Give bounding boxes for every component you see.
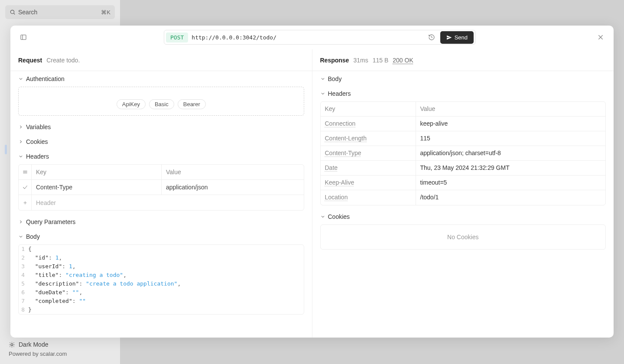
response-headers-table: Key Value Connectionkeep-aliveContent-Le… — [320, 101, 606, 205]
response-header-key: Location — [321, 190, 416, 205]
svg-line-9 — [10, 346, 10, 347]
svg-line-5 — [10, 342, 10, 343]
body-editor[interactable]: 1{2 "id": 1,3 "userId": 1,4 "title": "cr… — [18, 244, 304, 315]
table-row: Connectionkeep-alive — [321, 117, 606, 131]
response-time: 31ms — [353, 57, 368, 64]
line-number: 2 — [19, 254, 28, 262]
table-row: Location/todo/1 — [321, 190, 606, 205]
svg-point-2 — [11, 344, 13, 346]
response-header-val: 115 — [416, 131, 606, 146]
code-line[interactable]: 8} — [19, 306, 304, 314]
body-section-header[interactable]: Body — [18, 233, 304, 240]
code-content[interactable]: "description": "create a todo applicatio… — [28, 280, 181, 288]
chevron-down-icon — [18, 154, 23, 159]
powered-by: Powered by scalar.com — [9, 351, 111, 357]
code-line[interactable]: 1{ — [19, 245, 304, 254]
line-number: 1 — [19, 245, 28, 254]
send-icon — [446, 35, 452, 40]
code-line[interactable]: 5 "description": "create a todo applicat… — [19, 280, 304, 288]
search-box[interactable]: Search ⌘K — [5, 5, 115, 19]
line-number: 7 — [19, 297, 28, 306]
auth-apikey-pill[interactable]: ApiKey — [117, 99, 146, 109]
line-number: 3 — [19, 262, 28, 271]
cookies-label: Cookies — [26, 138, 48, 145]
header-val[interactable]: application/json — [162, 180, 304, 195]
response-cookies-label: Cookies — [328, 213, 350, 220]
request-panel: Request Create todo. Authentication ApiK… — [10, 49, 312, 338]
code-content[interactable]: "dueDate": "", — [28, 288, 82, 297]
code-line[interactable]: 2 "id": 1, — [19, 254, 304, 262]
request-subtitle: Create todo. — [46, 57, 80, 64]
code-content[interactable]: { — [28, 245, 32, 254]
response-cookies-header[interactable]: Cookies — [320, 213, 606, 220]
search-kbd: ⌘K — [101, 9, 110, 16]
add-header-row[interactable]: Header — [19, 195, 304, 210]
line-number: 6 — [19, 288, 28, 297]
chevron-right-icon — [18, 139, 23, 144]
code-content[interactable]: } — [28, 306, 32, 314]
search-placeholder: Search — [18, 9, 37, 16]
response-header-val: Thu, 23 May 2024 21:32:29 GMT — [416, 161, 606, 175]
add-header-placeholder[interactable]: Header — [32, 195, 162, 210]
chevron-right-icon — [18, 219, 23, 224]
code-content[interactable]: "title": "creating a todo", — [28, 271, 127, 280]
history-icon[interactable] — [428, 34, 435, 41]
sidebar-active-indicator — [5, 145, 7, 154]
response-headers-label: Headers — [328, 90, 351, 97]
headers-section-header[interactable]: Headers — [18, 153, 304, 160]
header-key[interactable]: Content-Type — [32, 180, 162, 195]
chevron-down-icon — [18, 234, 23, 239]
chevron-down-icon — [18, 76, 23, 81]
chevron-down-icon — [320, 214, 325, 219]
table-row: Content-Length115 — [321, 131, 606, 146]
table-row: Content-Typeapplication/json; charset=ut… — [321, 146, 606, 161]
response-status[interactable]: 200 OK — [393, 57, 413, 64]
table-header-row: Key Value — [19, 165, 304, 180]
drag-icon — [19, 165, 32, 179]
line-number: 8 — [19, 306, 28, 314]
variables-section-header[interactable]: Variables — [18, 124, 304, 130]
request-headers-table: Key Value Content-Type application/json — [18, 164, 304, 211]
cookies-section-header[interactable]: Cookies — [18, 138, 304, 145]
plus-icon[interactable] — [19, 195, 32, 210]
close-button[interactable] — [595, 32, 606, 42]
response-title: Response — [320, 57, 349, 64]
response-body-header[interactable]: Body — [320, 75, 606, 82]
auth-box: ApiKey Basic Bearer — [18, 87, 304, 116]
response-header-val: /todo/1 — [416, 190, 606, 205]
query-section-header[interactable]: Query Parameters — [18, 218, 304, 225]
auth-section-header[interactable]: Authentication — [18, 75, 304, 82]
code-content[interactable]: "userId": 1, — [28, 262, 76, 271]
code-line[interactable]: 3 "userId": 1, — [19, 262, 304, 271]
body-label: Body — [26, 233, 40, 240]
send-button[interactable]: Send — [440, 31, 474, 44]
request-title: Request — [18, 57, 42, 64]
response-header-val: application/json; charset=utf-8 — [416, 146, 606, 160]
auth-bearer-pill[interactable]: Bearer — [178, 99, 206, 109]
response-header-key: Connection — [321, 117, 416, 131]
svg-line-6 — [14, 346, 14, 347]
dark-mode-toggle[interactable]: Dark Mode — [9, 341, 111, 348]
table-row: Content-Type application/json — [19, 180, 304, 195]
code-line[interactable]: 6 "dueDate": "", — [19, 288, 304, 297]
table-row: DateThu, 23 May 2024 21:32:29 GMT — [321, 161, 606, 176]
dark-mode-label: Dark Mode — [19, 341, 48, 348]
code-line[interactable]: 4 "title": "creating a todo", — [19, 271, 304, 280]
auth-basic-pill[interactable]: Basic — [149, 99, 174, 109]
code-content[interactable]: "completed": "" — [28, 297, 86, 306]
send-button-label: Send — [455, 34, 468, 41]
response-body-label: Body — [328, 75, 342, 82]
code-line[interactable]: 7 "completed": "" — [19, 297, 304, 306]
response-header-key: Content-Type — [321, 146, 416, 160]
search-icon — [10, 9, 16, 15]
url-bar[interactable]: POST http://0.0.0.0:3042/todo/ Send — [164, 30, 476, 45]
chevron-right-icon — [18, 124, 23, 130]
url-input[interactable]: http://0.0.0.0:3042/todo/ — [192, 34, 422, 41]
response-panel: Response 31ms 115 B 200 OK Body Headers — [312, 49, 614, 338]
resp-val-col: Value — [416, 102, 606, 116]
http-method-badge[interactable]: POST — [166, 32, 188, 42]
code-content[interactable]: "id": 1, — [28, 254, 62, 262]
check-icon[interactable] — [19, 180, 32, 195]
response-headers-header[interactable]: Headers — [320, 90, 606, 97]
sidebar-toggle-icon[interactable] — [18, 32, 29, 42]
